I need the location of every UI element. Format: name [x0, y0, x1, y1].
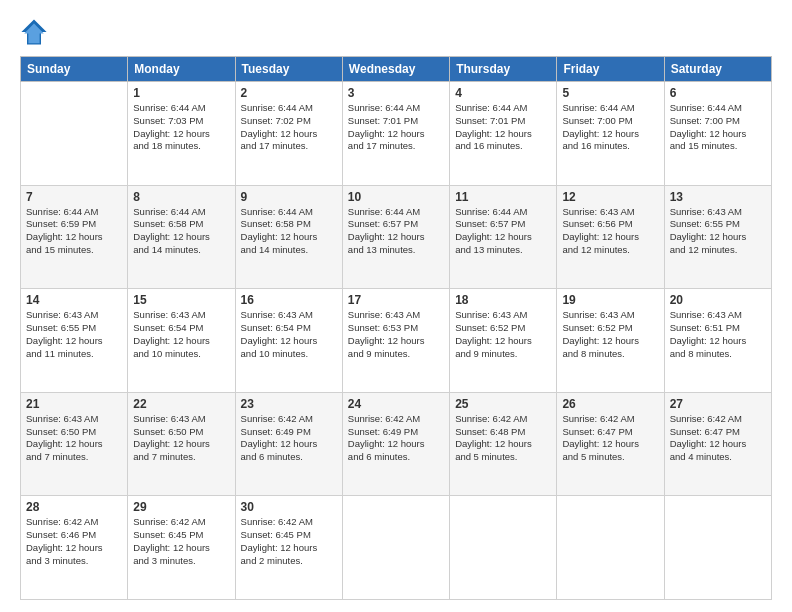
week-row-5: 28Sunrise: 6:42 AM Sunset: 6:46 PM Dayli… — [21, 496, 772, 600]
calendar-cell: 23Sunrise: 6:42 AM Sunset: 6:49 PM Dayli… — [235, 392, 342, 496]
calendar-cell: 17Sunrise: 6:43 AM Sunset: 6:53 PM Dayli… — [342, 289, 449, 393]
calendar-header: SundayMondayTuesdayWednesdayThursdayFrid… — [21, 57, 772, 82]
day-number: 18 — [455, 293, 551, 307]
calendar-cell: 25Sunrise: 6:42 AM Sunset: 6:48 PM Dayli… — [450, 392, 557, 496]
day-number: 11 — [455, 190, 551, 204]
day-info: Sunrise: 6:44 AM Sunset: 6:58 PM Dayligh… — [133, 206, 229, 257]
calendar-cell: 14Sunrise: 6:43 AM Sunset: 6:55 PM Dayli… — [21, 289, 128, 393]
calendar-cell: 13Sunrise: 6:43 AM Sunset: 6:55 PM Dayli… — [664, 185, 771, 289]
calendar-cell: 2Sunrise: 6:44 AM Sunset: 7:02 PM Daylig… — [235, 82, 342, 186]
day-number: 14 — [26, 293, 122, 307]
calendar-cell — [21, 82, 128, 186]
day-info: Sunrise: 6:43 AM Sunset: 6:54 PM Dayligh… — [241, 309, 337, 360]
day-number: 4 — [455, 86, 551, 100]
week-row-4: 21Sunrise: 6:43 AM Sunset: 6:50 PM Dayli… — [21, 392, 772, 496]
day-info: Sunrise: 6:42 AM Sunset: 6:48 PM Dayligh… — [455, 413, 551, 464]
day-number: 27 — [670, 397, 766, 411]
day-info: Sunrise: 6:43 AM Sunset: 6:50 PM Dayligh… — [26, 413, 122, 464]
day-number: 26 — [562, 397, 658, 411]
day-info: Sunrise: 6:42 AM Sunset: 6:49 PM Dayligh… — [348, 413, 444, 464]
header — [20, 18, 772, 46]
day-info: Sunrise: 6:43 AM Sunset: 6:56 PM Dayligh… — [562, 206, 658, 257]
calendar-cell: 21Sunrise: 6:43 AM Sunset: 6:50 PM Dayli… — [21, 392, 128, 496]
calendar-cell: 20Sunrise: 6:43 AM Sunset: 6:51 PM Dayli… — [664, 289, 771, 393]
day-info: Sunrise: 6:44 AM Sunset: 6:57 PM Dayligh… — [455, 206, 551, 257]
day-number: 8 — [133, 190, 229, 204]
day-info: Sunrise: 6:44 AM Sunset: 7:01 PM Dayligh… — [348, 102, 444, 153]
day-info: Sunrise: 6:43 AM Sunset: 6:54 PM Dayligh… — [133, 309, 229, 360]
calendar-cell: 12Sunrise: 6:43 AM Sunset: 6:56 PM Dayli… — [557, 185, 664, 289]
day-number: 17 — [348, 293, 444, 307]
day-info: Sunrise: 6:44 AM Sunset: 7:02 PM Dayligh… — [241, 102, 337, 153]
day-header-friday: Friday — [557, 57, 664, 82]
calendar-cell — [664, 496, 771, 600]
day-info: Sunrise: 6:42 AM Sunset: 6:49 PM Dayligh… — [241, 413, 337, 464]
calendar-cell — [557, 496, 664, 600]
day-number: 10 — [348, 190, 444, 204]
calendar-cell — [342, 496, 449, 600]
logo-icon — [20, 18, 48, 46]
day-info: Sunrise: 6:42 AM Sunset: 6:47 PM Dayligh… — [670, 413, 766, 464]
day-info: Sunrise: 6:43 AM Sunset: 6:55 PM Dayligh… — [670, 206, 766, 257]
calendar: SundayMondayTuesdayWednesdayThursdayFrid… — [20, 56, 772, 600]
day-info: Sunrise: 6:44 AM Sunset: 7:01 PM Dayligh… — [455, 102, 551, 153]
calendar-cell: 19Sunrise: 6:43 AM Sunset: 6:52 PM Dayli… — [557, 289, 664, 393]
day-number: 3 — [348, 86, 444, 100]
day-number: 2 — [241, 86, 337, 100]
day-info: Sunrise: 6:44 AM Sunset: 6:57 PM Dayligh… — [348, 206, 444, 257]
day-number: 29 — [133, 500, 229, 514]
calendar-body: 1Sunrise: 6:44 AM Sunset: 7:03 PM Daylig… — [21, 82, 772, 600]
calendar-cell: 27Sunrise: 6:42 AM Sunset: 6:47 PM Dayli… — [664, 392, 771, 496]
day-info: Sunrise: 6:42 AM Sunset: 6:46 PM Dayligh… — [26, 516, 122, 567]
day-number: 12 — [562, 190, 658, 204]
calendar-cell: 8Sunrise: 6:44 AM Sunset: 6:58 PM Daylig… — [128, 185, 235, 289]
calendar-cell: 30Sunrise: 6:42 AM Sunset: 6:45 PM Dayli… — [235, 496, 342, 600]
calendar-cell: 22Sunrise: 6:43 AM Sunset: 6:50 PM Dayli… — [128, 392, 235, 496]
day-number: 25 — [455, 397, 551, 411]
day-number: 19 — [562, 293, 658, 307]
calendar-cell: 11Sunrise: 6:44 AM Sunset: 6:57 PM Dayli… — [450, 185, 557, 289]
calendar-cell — [450, 496, 557, 600]
calendar-cell: 5Sunrise: 6:44 AM Sunset: 7:00 PM Daylig… — [557, 82, 664, 186]
calendar-cell: 29Sunrise: 6:42 AM Sunset: 6:45 PM Dayli… — [128, 496, 235, 600]
day-header-tuesday: Tuesday — [235, 57, 342, 82]
calendar-cell: 1Sunrise: 6:44 AM Sunset: 7:03 PM Daylig… — [128, 82, 235, 186]
day-info: Sunrise: 6:43 AM Sunset: 6:52 PM Dayligh… — [562, 309, 658, 360]
day-number: 15 — [133, 293, 229, 307]
day-info: Sunrise: 6:44 AM Sunset: 6:59 PM Dayligh… — [26, 206, 122, 257]
calendar-cell: 6Sunrise: 6:44 AM Sunset: 7:00 PM Daylig… — [664, 82, 771, 186]
day-number: 13 — [670, 190, 766, 204]
day-info: Sunrise: 6:44 AM Sunset: 7:00 PM Dayligh… — [670, 102, 766, 153]
calendar-cell: 10Sunrise: 6:44 AM Sunset: 6:57 PM Dayli… — [342, 185, 449, 289]
day-number: 28 — [26, 500, 122, 514]
day-number: 9 — [241, 190, 337, 204]
day-header-thursday: Thursday — [450, 57, 557, 82]
calendar-cell: 15Sunrise: 6:43 AM Sunset: 6:54 PM Dayli… — [128, 289, 235, 393]
day-number: 22 — [133, 397, 229, 411]
day-info: Sunrise: 6:44 AM Sunset: 6:58 PM Dayligh… — [241, 206, 337, 257]
calendar-cell: 26Sunrise: 6:42 AM Sunset: 6:47 PM Dayli… — [557, 392, 664, 496]
calendar-cell: 16Sunrise: 6:43 AM Sunset: 6:54 PM Dayli… — [235, 289, 342, 393]
day-header-saturday: Saturday — [664, 57, 771, 82]
day-info: Sunrise: 6:43 AM Sunset: 6:51 PM Dayligh… — [670, 309, 766, 360]
calendar-cell: 28Sunrise: 6:42 AM Sunset: 6:46 PM Dayli… — [21, 496, 128, 600]
day-number: 7 — [26, 190, 122, 204]
day-number: 6 — [670, 86, 766, 100]
day-header-wednesday: Wednesday — [342, 57, 449, 82]
day-number: 1 — [133, 86, 229, 100]
calendar-cell: 3Sunrise: 6:44 AM Sunset: 7:01 PM Daylig… — [342, 82, 449, 186]
day-info: Sunrise: 6:43 AM Sunset: 6:53 PM Dayligh… — [348, 309, 444, 360]
day-info: Sunrise: 6:44 AM Sunset: 7:03 PM Dayligh… — [133, 102, 229, 153]
day-number: 16 — [241, 293, 337, 307]
day-info: Sunrise: 6:42 AM Sunset: 6:45 PM Dayligh… — [241, 516, 337, 567]
logo — [20, 18, 52, 46]
day-number: 5 — [562, 86, 658, 100]
day-number: 23 — [241, 397, 337, 411]
day-header-monday: Monday — [128, 57, 235, 82]
page: SundayMondayTuesdayWednesdayThursdayFrid… — [0, 0, 792, 612]
calendar-cell: 9Sunrise: 6:44 AM Sunset: 6:58 PM Daylig… — [235, 185, 342, 289]
header-row: SundayMondayTuesdayWednesdayThursdayFrid… — [21, 57, 772, 82]
day-info: Sunrise: 6:42 AM Sunset: 6:47 PM Dayligh… — [562, 413, 658, 464]
week-row-1: 1Sunrise: 6:44 AM Sunset: 7:03 PM Daylig… — [21, 82, 772, 186]
day-info: Sunrise: 6:43 AM Sunset: 6:55 PM Dayligh… — [26, 309, 122, 360]
